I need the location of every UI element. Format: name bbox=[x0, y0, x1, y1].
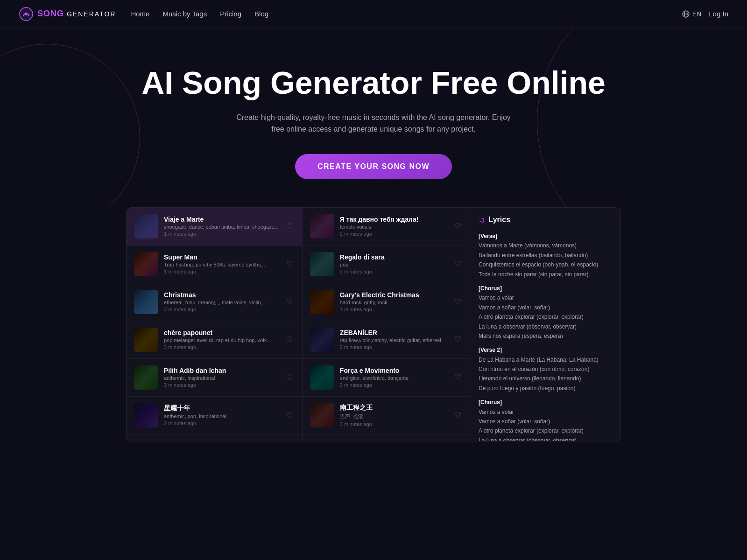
lyrics-header: ♫ Lyrics bbox=[479, 215, 613, 225]
song-info: ZEBANİLERrap,flow,violin,catchy, electri… bbox=[340, 329, 447, 350]
song-thumbnail bbox=[134, 365, 158, 390]
song-time: 2 minutes ago bbox=[164, 420, 279, 426]
song-item[interactable]: 星耀十年anthemic, pop, inspirational2 minute… bbox=[127, 397, 302, 434]
song-info: Regalo di sarapop2 minutes ago bbox=[340, 253, 447, 274]
nav-home[interactable]: Home bbox=[131, 10, 149, 18]
song-item[interactable]: Christmasethereal, funk, dreamy, ,, male… bbox=[127, 283, 302, 321]
song-tags: rap,flow,violin,catchy, electric guitar,… bbox=[340, 337, 447, 343]
song-thumbnail bbox=[134, 328, 158, 352]
song-time: 3 minutes ago bbox=[164, 307, 279, 312]
navbar-left: SONG GENERATOR Home Music by Tags Pricin… bbox=[19, 7, 268, 21]
login-button[interactable]: Log In bbox=[709, 10, 728, 18]
song-item[interactable]: chère papounetpop melanger avec du rap e… bbox=[127, 321, 302, 359]
song-thumbnail bbox=[134, 403, 158, 427]
song-thumbnail bbox=[134, 252, 158, 276]
song-title: chère papounet bbox=[164, 329, 279, 336]
songs-section: Viaje a Marteshoegaze, dance, cuban timb… bbox=[117, 207, 630, 460]
song-like-button[interactable]: ♡ bbox=[453, 371, 463, 384]
song-title: Pilih Adib dan Ichan bbox=[164, 367, 279, 374]
song-like-button[interactable]: ♡ bbox=[453, 258, 463, 270]
lyrics-line: Mars nos espera (espera, espera) bbox=[479, 331, 613, 341]
song-time: 2 minutes ago bbox=[340, 269, 447, 274]
song-item[interactable]: Я так давно тебя ждала!female vocals2 mi… bbox=[303, 208, 471, 245]
song-tags: ethereal, funk, dreamy, ,, male voice, v… bbox=[164, 300, 279, 305]
song-item[interactable]: ZEBANİLERrap,flow,violin,catchy, electri… bbox=[303, 321, 471, 359]
lyrics-section-label: [Verse] bbox=[479, 231, 613, 241]
nav-pricing[interactable]: Pricing bbox=[220, 10, 241, 18]
song-time: 1 minutes ago bbox=[340, 307, 447, 312]
lyrics-line: Vamos a soñar (volar, soñar) bbox=[479, 417, 613, 426]
song-item[interactable]: Regalo di sarapop2 minutes ago♡ bbox=[303, 245, 471, 283]
song-time: 3 minutes ago bbox=[164, 344, 279, 350]
song-tags: Trap hip-hop, punchy 808s, layered synth… bbox=[164, 262, 279, 267]
bg-circle-1 bbox=[537, 28, 747, 207]
song-like-button[interactable]: ♡ bbox=[284, 220, 295, 232]
song-tags: anthemic, pop, inspirational bbox=[164, 413, 279, 419]
song-title: Força e Movimento bbox=[340, 367, 447, 374]
song-like-button[interactable]: ♡ bbox=[284, 258, 295, 270]
song-item[interactable]: Viaje a Marteshoegaze, dance, cuban timb… bbox=[127, 208, 302, 245]
song-time: 1 minutes ago bbox=[164, 269, 279, 274]
svg-point-1 bbox=[25, 13, 28, 15]
lyrics-section-label: [Chorus] bbox=[479, 398, 613, 407]
lyrics-line: Conquistemos el espacio (ooh-yeah, el es… bbox=[479, 260, 613, 269]
lyrics-line: Bailando entre estrellas (bailando, bail… bbox=[479, 251, 613, 260]
song-thumbnail bbox=[134, 290, 158, 314]
lyrics-content: [Verse]Vámonos a Marte (vámonos, vámonos… bbox=[479, 231, 613, 441]
navbar-right: EN Log In bbox=[682, 10, 728, 18]
song-item[interactable]: Gary's Electric Christmashard rock, grit… bbox=[303, 283, 471, 321]
song-tags: shoegaze, dance, cuban timba, timba, sho… bbox=[164, 224, 279, 230]
hero-title: AI Song Generator Free Online bbox=[9, 65, 738, 100]
songs-col-left: Viaje a Marteshoegaze, dance, cuban timb… bbox=[127, 208, 303, 441]
lyrics-line: De La Habana a Marte (La Habana, La Haba… bbox=[479, 355, 613, 364]
song-tags: hard rock, gritty, rock bbox=[340, 300, 447, 305]
cta-button[interactable]: CREATE YOUR SONG NOW bbox=[295, 154, 452, 179]
lyrics-line: Vamos a soñar (volar, soñar) bbox=[479, 303, 613, 312]
song-like-button[interactable]: ♡ bbox=[284, 409, 295, 421]
lyrics-line: A otro planeta explorar (explorar, explo… bbox=[479, 312, 613, 322]
song-time: 3 minutes ago bbox=[340, 382, 447, 388]
logo[interactable]: SONG GENERATOR bbox=[19, 7, 116, 21]
nav-blog[interactable]: Blog bbox=[254, 10, 268, 18]
song-tags: 男声, 摇滚 bbox=[340, 413, 447, 420]
song-title: Regalo di sara bbox=[340, 253, 447, 261]
logo-icon bbox=[19, 7, 34, 21]
song-thumbnail bbox=[310, 328, 334, 352]
lyrics-section-label: [Chorus] bbox=[479, 284, 613, 293]
song-info: Pilih Adib dan Ichananthemic, inspiratio… bbox=[164, 367, 279, 388]
lyrics-line: De puro fuego y pasión (fuego, pasión) bbox=[479, 384, 613, 393]
song-tags: pop melanger avec du rap et du hip hop, … bbox=[164, 337, 279, 343]
songs-col-right: Я так давно тебя ждала!female vocals2 mi… bbox=[303, 208, 471, 441]
song-info: Я так давно тебя ждала!female vocals2 mi… bbox=[340, 216, 447, 237]
song-like-button[interactable]: ♡ bbox=[453, 220, 463, 232]
nav-music-by-tags[interactable]: Music by Tags bbox=[162, 10, 207, 18]
song-time: 1 minutes ago bbox=[164, 231, 279, 237]
song-item[interactable]: Super ManTrap hip-hop, punchy 808s, laye… bbox=[127, 245, 302, 283]
lyrics-icon: ♫ bbox=[479, 215, 485, 225]
lyrics-line: Vamos a volar bbox=[479, 407, 613, 417]
language-button[interactable]: EN bbox=[682, 10, 701, 18]
song-item[interactable]: 南工程之王男声, 摇滚3 minutes ago♡ bbox=[303, 397, 471, 434]
lyrics-section-label: [Verse 2] bbox=[479, 345, 613, 355]
song-like-button[interactable]: ♡ bbox=[453, 409, 463, 421]
song-thumbnail bbox=[134, 214, 158, 238]
song-like-button[interactable]: ♡ bbox=[284, 333, 295, 346]
song-item[interactable]: Força e Movimentoenérgico, eletrônico, d… bbox=[303, 359, 471, 397]
lyrics-line: La luna a observar (observar, observar) bbox=[479, 436, 613, 441]
song-thumbnail bbox=[310, 403, 334, 427]
song-info: 南工程之王男声, 摇滚3 minutes ago bbox=[340, 404, 447, 427]
song-tags: anthemic, inspirational bbox=[164, 375, 279, 381]
song-item[interactable]: Pilih Adib dan Ichananthemic, inspiratio… bbox=[127, 359, 302, 397]
song-time: 3 minutes ago bbox=[164, 382, 279, 388]
song-info: Força e Movimentoenérgico, eletrônico, d… bbox=[340, 367, 447, 388]
song-thumbnail bbox=[310, 252, 334, 276]
song-like-button[interactable]: ♡ bbox=[453, 333, 463, 346]
song-thumbnail bbox=[310, 290, 334, 314]
song-info: chère papounetpop melanger avec du rap e… bbox=[164, 329, 279, 350]
song-title: ZEBANİLER bbox=[340, 329, 447, 336]
song-time: 3 minutes ago bbox=[340, 421, 447, 427]
lyrics-line: Vámonos a Marte (vámonos, vámonos) bbox=[479, 241, 613, 250]
song-like-button[interactable]: ♡ bbox=[284, 295, 295, 308]
song-like-button[interactable]: ♡ bbox=[284, 371, 295, 384]
song-like-button[interactable]: ♡ bbox=[453, 295, 463, 308]
